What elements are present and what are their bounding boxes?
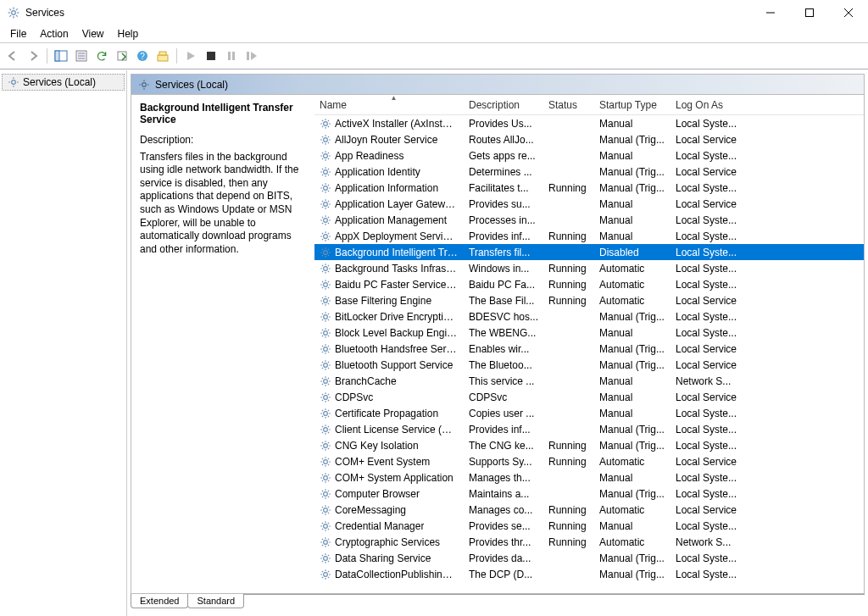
service-startup: Manual (Trig... <box>594 437 670 453</box>
close-button[interactable] <box>829 0 868 25</box>
service-name: Credential Manager <box>335 520 424 532</box>
service-row[interactable]: Application ManagementProcesses in...Man… <box>314 212 864 228</box>
service-row[interactable]: Computer BrowserMaintains a...Manual (Tr… <box>314 486 864 502</box>
service-row[interactable]: Background Intelligent Tran...Transfers … <box>314 244 864 260</box>
service-status <box>543 131 594 147</box>
service-row[interactable]: CNG Key IsolationThe CNG ke...RunningMan… <box>314 437 864 453</box>
menu-action[interactable]: Action <box>33 26 75 42</box>
svg-line-232 <box>322 458 323 458</box>
svg-line-91 <box>328 200 329 201</box>
service-row[interactable]: Data Sharing ServiceProvides da...Manual… <box>314 550 864 566</box>
help-button[interactable]: ? <box>133 47 152 65</box>
stop-service-button[interactable] <box>202 47 220 65</box>
service-row[interactable]: CDPSvcCDPSvcManualLocal Service <box>314 389 864 405</box>
svg-line-8 <box>16 8 18 10</box>
service-name: COM+ Event System <box>335 456 430 468</box>
column-header-status[interactable]: Status <box>543 95 594 114</box>
tab-extended[interactable]: Extended <box>131 594 188 608</box>
svg-line-259 <box>322 506 323 507</box>
svg-line-55 <box>328 136 329 136</box>
service-name: ActiveX Installer (AxInstSV) <box>335 118 458 130</box>
service-row[interactable]: ActiveX Installer (AxInstSV)Provides Us.… <box>314 115 864 131</box>
service-status: Running <box>543 180 594 196</box>
properties-button[interactable] <box>72 47 91 65</box>
maximize-button[interactable] <box>790 0 829 25</box>
svg-point-110 <box>324 250 328 254</box>
svg-point-191 <box>324 395 328 399</box>
svg-rect-23 <box>159 52 166 55</box>
service-row[interactable]: Client License Service (ClipS...Provides… <box>314 421 864 437</box>
svg-line-109 <box>328 232 329 233</box>
service-status <box>543 147 594 164</box>
service-row[interactable]: Cryptographic ServicesProvides thr...Run… <box>314 534 864 550</box>
service-row[interactable]: Block Level Backup Engine ...The WBENG..… <box>314 325 864 341</box>
menu-bar: File Action View Help <box>0 25 868 42</box>
start-service-button[interactable] <box>181 47 200 65</box>
menu-help[interactable]: Help <box>111 26 146 42</box>
svg-point-200 <box>324 411 328 415</box>
back-button[interactable] <box>3 47 22 65</box>
service-gear-icon <box>320 230 331 242</box>
forward-button[interactable] <box>24 47 42 65</box>
menu-view[interactable]: View <box>75 26 111 42</box>
restart-service-button[interactable] <box>242 47 261 65</box>
service-status <box>543 566 594 582</box>
service-row[interactable]: Bluetooth Handsfree ServiceEnables wir..… <box>314 341 864 357</box>
tab-standard[interactable]: Standard <box>187 594 244 608</box>
service-row[interactable]: AppX Deployment Service (...Provides inf… <box>314 228 864 244</box>
service-startup: Manual <box>594 196 670 212</box>
svg-line-190 <box>328 377 329 378</box>
service-row[interactable]: BranchCacheThis service ...ManualNetwork… <box>314 373 864 389</box>
service-row[interactable]: Application Layer Gateway ...Provides su… <box>314 196 864 212</box>
service-row[interactable]: Baidu PC Faster Service 5.1....Baidu PC … <box>314 276 864 292</box>
service-row[interactable]: Base Filtering EngineThe Base Fil...Runn… <box>314 292 864 308</box>
service-description: Manages th... <box>464 469 543 486</box>
pane-title: Services (Local) <box>155 79 228 91</box>
service-row[interactable]: AllJoyn Router ServiceRoutes AllJo...Man… <box>314 131 864 147</box>
service-row[interactable]: COM+ System ApplicationManages th...Manu… <box>314 469 864 486</box>
service-row[interactable]: CoreMessagingManages co...RunningAutomat… <box>314 502 864 518</box>
minimize-button[interactable] <box>751 0 790 25</box>
column-header-logon[interactable]: Log On As <box>670 95 747 114</box>
service-row[interactable]: Application InformationFacilitates t...R… <box>314 180 864 196</box>
column-header-description[interactable]: Description <box>464 95 543 114</box>
service-row[interactable]: COM+ Event SystemSupports Sy...RunningAu… <box>314 453 864 469</box>
show-hide-tree-button[interactable] <box>52 47 70 65</box>
refresh-button[interactable] <box>92 47 111 65</box>
column-header-startup[interactable]: Startup Type <box>594 95 670 114</box>
pause-service-button[interactable] <box>222 47 241 65</box>
service-description: Baidu PC Fa... <box>464 276 543 292</box>
manage-button[interactable] <box>153 47 172 65</box>
export-list-button[interactable] <box>113 47 131 65</box>
svg-point-119 <box>324 266 328 270</box>
svg-point-101 <box>324 234 328 238</box>
svg-line-217 <box>328 425 329 426</box>
service-logon: Local Syste... <box>670 486 747 502</box>
tree-root-services-local[interactable]: Services (Local) <box>2 74 125 91</box>
svg-point-56 <box>324 153 328 158</box>
service-list[interactable]: ActiveX Installer (AxInstSV)Provides Us.… <box>314 115 864 593</box>
service-row[interactable]: Credential ManagerProvides se...RunningM… <box>314 518 864 534</box>
service-row[interactable]: Application IdentityDetermines ...Manual… <box>314 164 864 180</box>
service-row[interactable]: Bluetooth Support ServiceThe Bluetoo...M… <box>314 357 864 373</box>
service-status: Running <box>543 228 594 244</box>
service-row[interactable]: Certificate PropagationCopies user ...Ma… <box>314 405 864 421</box>
column-header-name[interactable]: Name ▲ <box>314 95 464 114</box>
service-startup: Manual <box>594 469 670 486</box>
service-row[interactable]: DataCollectionPublishingSe...The DCP (D.… <box>314 566 864 582</box>
svg-line-163 <box>328 329 329 330</box>
console-tree[interactable]: Services (Local) <box>0 70 127 616</box>
service-startup: Manual <box>594 325 670 341</box>
service-row[interactable]: App ReadinessGets apps re...ManualLocal … <box>314 147 864 164</box>
svg-line-251 <box>328 496 329 497</box>
service-row[interactable]: Background Tasks Infrastru...Windows in.… <box>314 260 864 276</box>
svg-line-115 <box>322 248 323 249</box>
menu-file[interactable]: File <box>3 26 33 42</box>
service-startup: Manual (Trig... <box>594 131 670 147</box>
service-logon: Local Syste... <box>670 180 747 196</box>
service-row[interactable]: BitLocker Drive Encryption ...BDESVC hos… <box>314 308 864 325</box>
service-logon: Local Syste... <box>670 276 747 292</box>
svg-line-178 <box>322 361 323 362</box>
svg-line-289 <box>328 554 329 555</box>
service-status <box>543 325 594 341</box>
